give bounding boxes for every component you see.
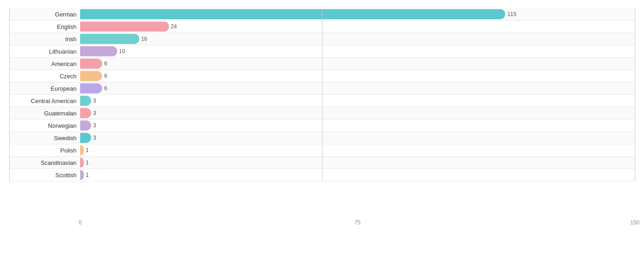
bar-wrapper: 1 <box>80 158 635 168</box>
bar-value: 1 <box>86 159 89 166</box>
chart-container: German115English24Irish16Lithuanian10Ame… <box>0 0 644 278</box>
bar: 1 <box>80 158 84 168</box>
chart-area: German115English24Irish16Lithuanian10Ame… <box>9 8 635 231</box>
bar: 10 <box>80 46 117 56</box>
bar: 1 <box>80 170 84 180</box>
bar-label: Guatemalan <box>9 110 80 117</box>
x-axis: 075150 <box>80 218 635 231</box>
bar-wrapper: 6 <box>80 83 635 93</box>
bar-label: Norwegian <box>9 122 80 129</box>
x-axis-tick: 150 <box>630 219 639 226</box>
bar-value: 1 <box>86 172 89 178</box>
bar-value: 10 <box>119 48 125 55</box>
bar-row: English24 <box>9 21 635 33</box>
bar-row: Central American3 <box>9 95 635 107</box>
bar-wrapper: 6 <box>80 71 635 81</box>
bar-row: Swedish3 <box>9 132 635 144</box>
bar-label: Czech <box>9 73 80 80</box>
bar-value: 1 <box>86 147 89 153</box>
bar-label: Polish <box>9 147 80 154</box>
bar-row: German115 <box>9 8 635 21</box>
bar-label: American <box>9 60 80 67</box>
bar-label: English <box>9 23 80 30</box>
bar-row: American6 <box>9 58 635 70</box>
bar-row: Czech6 <box>9 70 635 82</box>
bar: 6 <box>80 59 102 69</box>
bar-label: Scandinavian <box>9 159 80 166</box>
bar-wrapper: 3 <box>80 108 635 118</box>
bar-value: 3 <box>93 122 96 129</box>
bar: 1 <box>80 145 84 155</box>
bar-wrapper: 24 <box>80 22 635 32</box>
bar-value: 3 <box>93 98 96 104</box>
bar-label: Swedish <box>9 135 80 142</box>
bar-wrapper: 16 <box>80 34 635 44</box>
bars-container: German115English24Irish16Lithuanian10Ame… <box>9 8 635 181</box>
bar-row: European6 <box>9 82 635 95</box>
bar-label: European <box>9 85 80 92</box>
x-axis-tick: 75 <box>355 219 360 226</box>
bar-value: 24 <box>171 23 177 30</box>
bar-row: Lithuanian10 <box>9 45 635 58</box>
bar: 6 <box>80 71 102 81</box>
bar-label: Lithuanian <box>9 48 80 55</box>
bar-row: Scottish1 <box>9 169 635 181</box>
bar-label: German <box>9 11 80 18</box>
bar-label: Scottish <box>9 172 80 179</box>
bar-label: Central American <box>9 98 80 104</box>
bar-row: Guatemalan3 <box>9 107 635 120</box>
bar-label: Irish <box>9 36 80 43</box>
bar-wrapper: 1 <box>80 170 635 180</box>
bar-wrapper: 3 <box>80 96 635 106</box>
bar-value: 6 <box>104 73 107 79</box>
bar-value: 6 <box>104 60 107 67</box>
bar: 3 <box>80 96 91 106</box>
bar: 3 <box>80 108 91 118</box>
bar: 6 <box>80 83 102 93</box>
bar-row: Scandinavian1 <box>9 157 635 169</box>
bar: 3 <box>80 120 91 131</box>
bar: 3 <box>80 133 91 143</box>
x-axis-tick: 0 <box>79 219 82 226</box>
bar: 115 <box>80 9 505 19</box>
bar-row: Norwegian3 <box>9 120 635 132</box>
bar: 24 <box>80 22 169 32</box>
gridline <box>635 8 635 181</box>
bar-value: 3 <box>93 135 96 141</box>
bar-row: Polish1 <box>9 144 635 157</box>
bar-value: 3 <box>93 110 96 116</box>
bar-value: 6 <box>104 85 107 92</box>
bar-wrapper: 3 <box>80 133 635 143</box>
bar-wrapper: 3 <box>80 120 635 131</box>
bar-wrapper: 6 <box>80 59 635 69</box>
bar-value: 115 <box>507 11 516 17</box>
bar-wrapper: 1 <box>80 145 635 155</box>
bar: 16 <box>80 34 139 44</box>
bar-value: 16 <box>141 36 147 42</box>
bar-wrapper: 115 <box>80 9 635 19</box>
bar-wrapper: 10 <box>80 46 635 56</box>
bar-row: Irish16 <box>9 33 635 45</box>
